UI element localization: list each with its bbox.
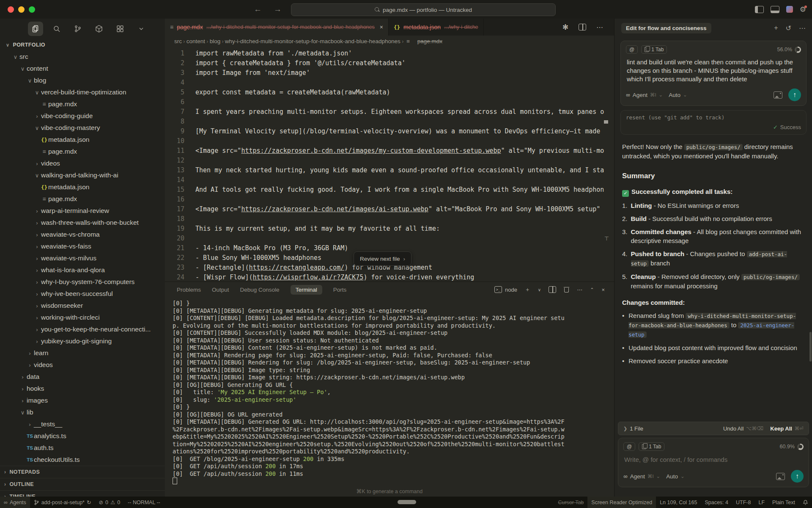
code-line[interactable]: 2import { createMetadata } from '@/utils… [165, 58, 614, 68]
tree-item[interactable]: ›yubikey-sudo-git-signing [0, 335, 165, 347]
code-line[interactable]: 13Then my neck started hurting, young ki… [165, 166, 614, 175]
tree-item[interactable]: ›wisdomseeker [0, 300, 165, 312]
agent-mode-selector[interactable]: ∞ Agent ⌘I ⌄ [626, 92, 663, 98]
sidebar-section-outline[interactable]: › OUTLINE [0, 478, 165, 490]
tab-metadata-json[interactable]: {} metadata.json .../why-i-ditche [389, 19, 484, 36]
command-center-search[interactable]: page.mdx — portfolio — Untracked [291, 3, 556, 16]
panel-tab-ports[interactable]: Ports [333, 287, 347, 293]
toggle-panel-icon[interactable] [771, 6, 779, 13]
eol-item[interactable]: LF [754, 497, 768, 508]
tree-item[interactable]: ›you-get-to-keep-the-neural-connecti... [0, 323, 165, 335]
code-line[interactable]: 19This is my current setup, and it may b… [165, 224, 614, 234]
explorer-section-header[interactable]: ∨ PORTFOLIO [0, 39, 165, 51]
settings-gear-icon[interactable]: ⚙ [800, 6, 806, 13]
encoding-item[interactable]: UTF-8 [732, 497, 754, 508]
panel-more-icon[interactable]: ⋯ [577, 287, 582, 293]
chat-history-icon[interactable]: ↺ [786, 24, 791, 32]
tree-item[interactable]: ∨vibe-coding-mastery [0, 122, 165, 134]
tree-item[interactable]: ›why-ive-been-successful [0, 288, 165, 300]
panel-tab-debug-console[interactable]: Debug Console [240, 287, 280, 293]
toggle-sidebar-icon[interactable] [755, 6, 764, 13]
code-line[interactable]: 15And AI tools got really fucking good. … [165, 185, 614, 195]
model-selector[interactable]: Auto ⌄ [666, 473, 684, 480]
tree-item[interactable]: ›weaviate-vs-milvus [0, 252, 165, 264]
attach-image-icon[interactable] [774, 91, 782, 99]
forward-button[interactable]: → [274, 5, 282, 14]
tree-item[interactable]: TSanalytics.ts [0, 430, 165, 442]
tree-item[interactable]: ›hooks [0, 383, 165, 395]
layout-grid-icon[interactable] [112, 22, 128, 36]
tab-page-mdx[interactable]: ≡ page.mdx .../why-i-ditched-multi-monit… [165, 19, 389, 36]
tree-item[interactable]: ›weaviate-vs-faiss [0, 240, 165, 252]
tree-item[interactable]: ∨walking-and-talking-with-ai [0, 169, 165, 181]
chat-tab-title[interactable]: Edit for flow and conciseness [621, 23, 711, 33]
breadcrumb[interactable]: src › content › blog › why-i-ditched-mul… [165, 36, 614, 47]
undo-all-button[interactable]: Undo All [723, 425, 743, 432]
command-output-box[interactable]: resent (use "git add" to track) ✓ Succes… [620, 110, 807, 135]
agent-mode-selector[interactable]: ∞ Agent ⌘I ⌄ [623, 473, 660, 480]
tree-item[interactable]: TScheckoutUtils.ts [0, 454, 165, 466]
tree-item[interactable]: ›data [0, 371, 165, 383]
code-line[interactable]: 9[My Terminal Velocity setup](/blog/term… [165, 127, 614, 136]
keep-all-button[interactable]: Keep All [770, 425, 792, 432]
terminal-dropdown-chevron-icon[interactable]: ∨ [538, 287, 541, 292]
breadcrumb-item[interactable]: src [174, 38, 182, 44]
git-branch-item[interactable]: add-post-ai-setup* ↻ [30, 497, 95, 508]
language-mode-item[interactable]: Plain Text [768, 497, 799, 508]
attach-image-icon[interactable] [776, 473, 785, 480]
code-line[interactable]: 12 [165, 156, 614, 166]
model-selector[interactable]: Auto ⌄ [669, 92, 687, 98]
send-button[interactable]: ↑ [788, 88, 801, 101]
tree-item[interactable]: ›videos [0, 157, 165, 169]
minimize-window-button[interactable] [18, 6, 25, 13]
panel-tab-problems[interactable]: Problems [177, 287, 201, 293]
breadcrumb-item[interactable]: blog [210, 38, 221, 44]
tree-item[interactable]: ∨lib [0, 406, 165, 418]
source-control-icon[interactable] [70, 22, 85, 36]
tree-item[interactable]: ›images [0, 395, 165, 406]
code-line[interactable]: 14 [165, 175, 614, 185]
tree-item[interactable]: ≡page.mdx [0, 193, 165, 205]
tab-context-chip[interactable]: 1 Tab [639, 442, 664, 451]
terminal-output[interactable]: [0] }[0] [METADATA][DEBUG] Generating me… [165, 297, 614, 485]
code-line[interactable]: 5export const metadata = createMetadata(… [165, 88, 614, 97]
chat-scrollbar[interactable] [809, 332, 812, 362]
tree-item[interactable]: ›learn [0, 347, 165, 359]
code-line[interactable]: 18 [165, 214, 614, 224]
extensions-cube-icon[interactable] [91, 22, 107, 36]
line-col-item[interactable]: Ln 109, Col 165 [656, 497, 701, 508]
breadcrumb-item[interactable]: content [187, 38, 205, 44]
tree-item[interactable]: {}metadata.json [0, 134, 165, 146]
search-icon[interactable] [49, 22, 64, 36]
tab-context-chip[interactable]: 1 Tab [641, 45, 667, 54]
send-button[interactable]: ↑ [791, 470, 804, 483]
code-line[interactable]: 17<Image src="https://zackproser.b-cdn.n… [165, 204, 614, 214]
code-line[interactable]: 1import rawMetadata from './metadata.jso… [165, 49, 614, 58]
chat-input[interactable]: Write, @ for context, / for commands [624, 456, 803, 463]
tree-item[interactable]: ∨content [0, 63, 165, 75]
tree-item[interactable]: ≡page.mdx [0, 98, 165, 110]
more-actions-icon[interactable]: ⋯ [596, 23, 603, 31]
code-line[interactable]: 16 [165, 195, 614, 204]
problems-item[interactable]: ⊘ 0 ⚠ 0 [95, 497, 124, 508]
tree-item[interactable]: ›wash-three-walls-with-one-bucket [0, 217, 165, 229]
tree-item[interactable]: ›__tests__ [0, 418, 165, 430]
tree-item[interactable]: ›working-with-circleci [0, 312, 165, 323]
panel-tab-output[interactable]: Output [212, 287, 229, 293]
tree-item[interactable]: ›why-I-buy-system-76-computers [0, 276, 165, 288]
close-panel-icon[interactable]: × [601, 287, 605, 293]
gpt-icon[interactable]: ✻ [562, 23, 568, 32]
cursor-tab-item[interactable]: Cursor Tab [554, 497, 587, 508]
tree-item[interactable]: ≡page.mdx [0, 146, 165, 157]
sidebar-section-notepads[interactable]: › NOTEPADS [0, 466, 165, 478]
close-window-button[interactable] [8, 6, 14, 13]
split-terminal-icon[interactable] [549, 286, 556, 293]
code-editor[interactable]: 1import rawMetadata from './metadata.jso… [165, 47, 614, 282]
explorer-icon[interactable] [28, 22, 43, 36]
cursor-ai-icon[interactable] [786, 6, 793, 13]
agents-status-item[interactable]: ∞ Agents [0, 497, 30, 508]
new-terminal-icon[interactable]: ＋ [525, 286, 530, 293]
tree-item[interactable]: ∨src [0, 51, 165, 63]
code-line[interactable]: 11<Image src="https://zackproser.b-cdn.n… [165, 146, 614, 156]
mention-chip[interactable]: @ [626, 45, 638, 54]
